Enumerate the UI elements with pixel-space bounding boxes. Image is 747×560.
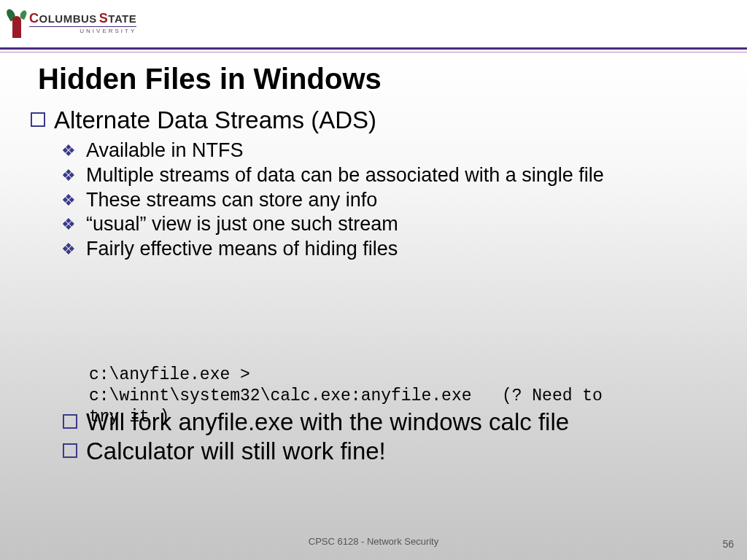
sub-bullet-group: ❖ Available in NTFS ❖ Multiple streams o… [61, 139, 718, 262]
code-line: c:\winnt\system32\calc.exe:anyfile.exe (… [89, 386, 603, 405]
overlay-bullets: Will fork anyfile.exe with the windows c… [63, 408, 725, 467]
logo-word1-rest: OLUMBUS [39, 12, 97, 25]
slide-body: Alternate Data Streams (ADS) ❖ Available… [31, 106, 718, 262]
bullet-level1: Alternate Data Streams (ADS) [31, 106, 718, 134]
header-bar: COLUMBUS STATE UNIVERSITY [0, 0, 747, 50]
logo-mark-icon [9, 7, 25, 38]
bullet-level2: ❖ Fairly effective means of hiding files [61, 237, 718, 262]
diamond-bullet-icon: ❖ [61, 166, 76, 186]
bullet-level1-text: Alternate Data Streams (ADS) [54, 106, 376, 134]
logo-word2-initial: S [99, 11, 109, 26]
square-bullet-icon [63, 443, 77, 458]
bullet-level1: Calculator will still work fine! [63, 438, 725, 465]
university-logo: COLUMBUS STATE UNIVERSITY [9, 7, 136, 38]
diamond-bullet-icon: ❖ [61, 141, 76, 161]
square-bullet-icon [63, 414, 77, 429]
bullet-level1-text: Calculator will still work fine! [86, 438, 386, 465]
footer-page-number: 56 [722, 538, 734, 550]
bullet-level2-text: Available in NTFS [86, 139, 244, 163]
bullet-level2-text: Multiple streams of data can be associat… [86, 163, 604, 188]
bullet-level1-text: Will fork anyfile.exe with the windows c… [86, 408, 569, 436]
logo-text: COLUMBUS STATE UNIVERSITY [29, 12, 136, 34]
diamond-bullet-icon: ❖ [61, 239, 76, 260]
bullet-level2-text: “usual” view is just one such stream [86, 212, 398, 237]
bullet-level2-text: These streams can store any info [86, 188, 377, 213]
code-line: c:\anyfile.exe > [89, 365, 250, 384]
accent-line [0, 52, 747, 52]
footer-course: CPSC 6128 - Network Security [0, 536, 747, 547]
bullet-level2-text: Fairly effective means of hiding files [86, 237, 398, 262]
slide-title: Hidden Files in Windows [38, 63, 382, 96]
slide: COLUMBUS STATE UNIVERSITY Hidden Files i… [0, 0, 747, 560]
bullet-level2: ❖ Available in NTFS [61, 139, 718, 163]
bullet-level2: ❖ “usual” view is just one such stream [61, 212, 718, 237]
square-bullet-icon [31, 112, 45, 127]
bullet-level2: ❖ Multiple streams of data can be associ… [61, 163, 718, 188]
logo-word1-initial: C [29, 11, 39, 26]
bullet-level2: ❖ These streams can store any info [61, 188, 718, 213]
logo-subtitle: UNIVERSITY [29, 26, 136, 34]
logo-word2-rest: TATE [108, 12, 136, 25]
diamond-bullet-icon: ❖ [61, 190, 76, 211]
bullet-level1: Will fork anyfile.exe with the windows c… [63, 408, 725, 436]
diamond-bullet-icon: ❖ [61, 214, 76, 235]
